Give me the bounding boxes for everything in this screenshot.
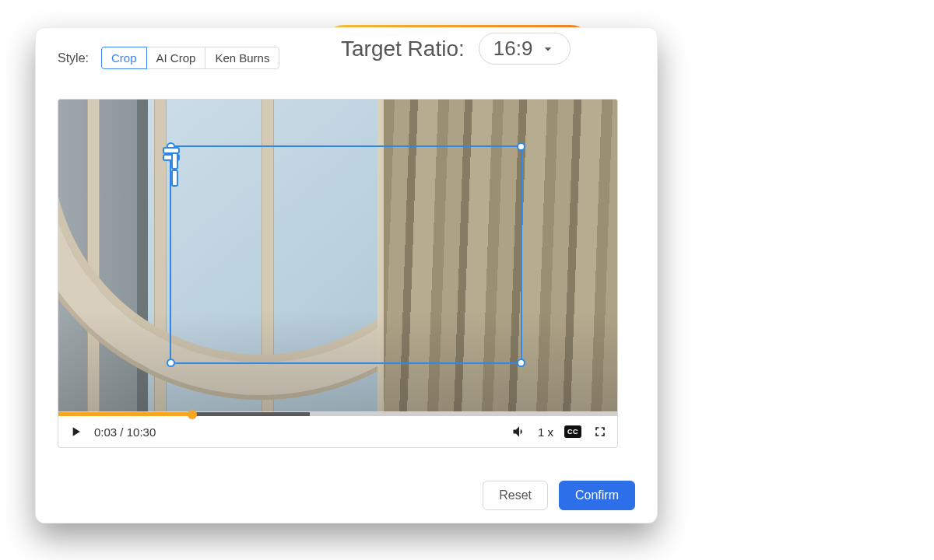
crop-panel: Style: Crop AI Crop Ken Burns: [35, 27, 658, 523]
playback-speed[interactable]: 1 x: [538, 425, 553, 439]
crop-handle-bottom-right[interactable]: [517, 359, 525, 367]
captions-icon[interactable]: CC: [564, 425, 581, 438]
dialog-actions: Reset Confirm: [58, 481, 635, 510]
crop-handle-right[interactable]: [171, 170, 178, 187]
style-segmented-control: Crop AI Crop Ken Burns: [101, 47, 279, 69]
style-option-ken-burns[interactable]: Ken Burns: [205, 47, 279, 69]
target-ratio-pill: Target Ratio: 16:9: [324, 28, 591, 69]
seek-thumb[interactable]: [188, 410, 197, 419]
video-player-bar: 0:03 / 10:30 1 x CC: [58, 412, 618, 448]
target-ratio-value: 16:9: [493, 37, 533, 61]
style-option-ai-crop[interactable]: AI Crop: [146, 47, 206, 69]
crop-handle-top-right[interactable]: [517, 142, 525, 151]
volume-icon[interactable]: [511, 424, 527, 439]
seek-buffered: [192, 412, 310, 416]
style-option-crop[interactable]: Crop: [101, 47, 147, 69]
play-icon[interactable]: [68, 424, 83, 439]
reset-button[interactable]: Reset: [483, 481, 548, 510]
seek-track[interactable]: [58, 412, 617, 416]
fullscreen-icon[interactable]: [592, 424, 608, 439]
seek-elapsed: [58, 412, 192, 416]
chevron-down-icon: [540, 41, 556, 57]
crop-handle-bottom-left[interactable]: [167, 359, 175, 367]
target-ratio-dropdown[interactable]: 16:9: [479, 33, 571, 65]
target-ratio-label: Target Ratio:: [341, 37, 465, 61]
confirm-button[interactable]: Confirm: [559, 481, 635, 510]
style-label: Style:: [58, 51, 89, 65]
crop-rectangle[interactable]: [170, 145, 522, 364]
video-canvas[interactable]: [58, 99, 618, 412]
crop-handle-left[interactable]: [171, 152, 178, 170]
time-display: 0:03 / 10:30: [94, 425, 156, 439]
